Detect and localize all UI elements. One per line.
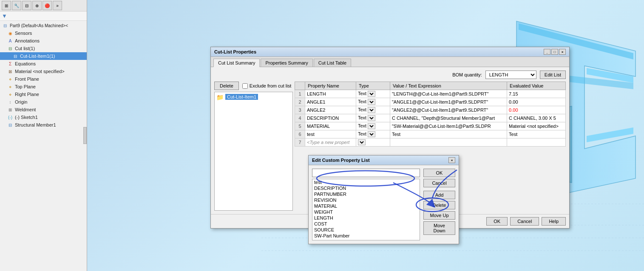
tree-item-structural[interactable]: ⊟ Structural Member1 [0, 121, 87, 129]
prop-name-1[interactable]: LENGTH [305, 90, 356, 98]
toolbar-btn-5[interactable]: 🔴 [43, 1, 52, 10]
annotation-icon: A [7, 37, 14, 44]
tree-item-topplane[interactable]: ⋄ Top Plane [0, 83, 87, 90]
table-row-new: 7 <Type a new propert ▼ [295, 138, 566, 147]
type-select-6[interactable]: ▼ [368, 131, 375, 137]
sketch-icon: (-) [7, 114, 14, 121]
exclude-checkbox[interactable] [242, 83, 248, 89]
prop-eval-1: 7.15 [507, 90, 566, 98]
bom-label: BOM quantity: [452, 72, 482, 77]
prop-eval-new [507, 138, 566, 147]
prop-value-6[interactable]: Test [390, 130, 507, 138]
type-select-3[interactable]: ▼ [368, 107, 375, 113]
tree-item-origin[interactable]: ↕ Origin [0, 98, 87, 106]
cutlist-close-btn[interactable]: × [559, 49, 566, 55]
editprop-left-panel: test DESCRIPTION PARTNUMBER REVISION MAT… [312, 169, 420, 240]
prop-value-5[interactable]: "SW-Material@@Cut-List-Item1@Part9.SLDPR [390, 122, 507, 130]
type-select-5[interactable]: ▼ [368, 123, 375, 129]
bom-select[interactable]: LENGTH [485, 71, 536, 79]
row-num-1: 1 [295, 90, 305, 98]
toolbar-btn-4[interactable]: ⊕ [32, 1, 42, 10]
sidebar-resize-handle[interactable] [83, 127, 87, 144]
prop-name-3[interactable]: ANGLE2 [305, 106, 356, 114]
cancel-button-editprop[interactable]: Cancel [423, 179, 455, 187]
cutlist-title-bar: Cut-List Properties _ □ × [211, 47, 569, 57]
tree-label-rightplane: Right Plane [15, 92, 39, 97]
plane-front-icon: ⋄ [7, 76, 14, 82]
cut-list-item-box: 📁 Cut-List-Item1 [214, 92, 293, 211]
tree-label-weldment: Weldment [15, 107, 36, 112]
tree-item-part9[interactable]: ⊟ Part9 (Default<As Machined>< [0, 22, 87, 29]
list-item[interactable]: PARTNUMBER [312, 191, 420, 197]
tree-item-rightplane[interactable]: ⋄ Right Plane [0, 90, 87, 98]
cutlist-minimize-btn[interactable]: _ [544, 49, 550, 55]
table-row: 2 ANGLE1 Text ▼ "ANGLE1@@Cut-List-Item1@… [295, 98, 566, 106]
prop-name-4[interactable]: DESCRIPTION [305, 114, 356, 122]
tree-label-material: Material <not specified> [15, 69, 65, 74]
toolbar-btn-2[interactable]: 🔧 [12, 1, 21, 10]
col-header-type: Type [356, 82, 390, 90]
list-item[interactable]: test [312, 179, 420, 185]
prop-value-2[interactable]: "ANGLE1@@Cut-List-Item1@Part9.SLDPRT" [390, 98, 507, 106]
row-num-2: 2 [295, 98, 305, 106]
tree-label-origin: Origin [15, 99, 27, 104]
tab-cut-list-table[interactable]: Cut List Table [314, 59, 351, 67]
list-item[interactable]: SW-Part Number [312, 233, 420, 239]
ok-button-editprop[interactable]: OK [423, 169, 455, 177]
move-up-button-editprop[interactable]: Move Up [423, 211, 455, 220]
prop-name-2[interactable]: ANGLE1 [305, 98, 356, 106]
tab-cut-list-summary[interactable]: Cut List Summary [213, 59, 260, 67]
list-item[interactable]: MATERIAL [312, 203, 420, 209]
prop-value-1[interactable]: "LENGTH@@Cut-List-Item1@Part9.SLDPRT" [390, 90, 507, 98]
help-button-cutlist[interactable]: Help [542, 217, 566, 226]
type-select-1[interactable]: ▼ [368, 91, 375, 97]
prop-name-new[interactable]: <Type a new propert [305, 138, 356, 147]
type-select-4[interactable]: ▼ [368, 115, 375, 121]
type-select-new[interactable]: ▼ [358, 139, 366, 145]
toolbar-btn-1[interactable]: ⊞ [2, 1, 11, 10]
editprop-text-input[interactable] [312, 169, 420, 177]
toolbar-btn-3[interactable]: ⊟ [22, 1, 31, 10]
move-down-button-editprop[interactable]: Move Down [423, 221, 455, 235]
cutlist-maximize-btn[interactable]: □ [551, 49, 558, 55]
tab-properties-summary[interactable]: Properties Summary [261, 59, 312, 67]
table-row: 4 DESCRIPTION Text ▼ C CHANNEL, "Depth@S… [295, 114, 566, 122]
tree-item-annotations[interactable]: A Annotations [0, 37, 87, 45]
cut-list-item-label[interactable]: Cut-List-Item1 [225, 94, 258, 100]
list-item[interactable]: LENGTH [312, 215, 420, 221]
edit-list-button[interactable]: Edit List [540, 71, 566, 79]
list-item[interactable]: COST [312, 221, 420, 227]
tree-item-cutlist[interactable]: ⊟ Cut list(1) [0, 45, 87, 52]
table-row: 5 MATERIAL Text ▼ "SW-Material@@Cut-List… [295, 122, 566, 130]
prop-name-6[interactable]: test [305, 130, 356, 138]
main-content: Cut-List Properties _ □ × Cut List Summa… [87, 0, 644, 271]
part-icon: ⊟ [2, 22, 9, 29]
tree-item-frontplane[interactable]: ⋄ Front Plane [0, 75, 87, 83]
cancel-button-cutlist[interactable]: Cancel [510, 217, 539, 226]
list-item[interactable]: DESCRIPTION [312, 185, 420, 191]
filter-bar: ▼ [0, 11, 87, 21]
prop-value-new[interactable] [390, 138, 507, 147]
tree-item-sketch1[interactable]: (-) (-) Sketch1 [0, 113, 87, 121]
prop-eval-2: 0.00 [507, 98, 566, 106]
list-item[interactable]: SOURCE [312, 227, 420, 233]
cutlist-title-buttons: _ □ × [544, 49, 566, 55]
editprop-close-btn[interactable]: × [448, 157, 455, 163]
list-item[interactable]: WEIGHT [312, 209, 420, 215]
sensor-icon: ◉ [7, 30, 14, 37]
list-item[interactable]: REVISION [312, 197, 420, 203]
prop-value-4[interactable]: C CHANNEL, "Depth@Structural Member1@Par… [390, 114, 507, 122]
toolbar-btn-more[interactable]: » [53, 1, 62, 10]
tree-item-weldment[interactable]: ⊞ Weldment [0, 106, 87, 113]
tree-item-material[interactable]: ⊠ Material <not specified> [0, 68, 87, 75]
prop-name-5[interactable]: MATERIAL [305, 122, 356, 130]
ok-button-cutlist[interactable]: OK [486, 217, 508, 226]
delete-button-editprop[interactable]: Delete [423, 201, 455, 209]
prop-value-3[interactable]: "ANGLE2@@Cut-List-Item1@Part9.SLDPRT" [390, 106, 507, 114]
add-button-editprop[interactable]: Add [423, 191, 455, 199]
tree-item-sensors[interactable]: ◉ Sensors [0, 29, 87, 37]
tree-item-cutlistitem1[interactable]: ⊟ Cut-List-Item1(1) [0, 52, 87, 60]
type-select-2[interactable]: ▼ [368, 99, 375, 105]
delete-button[interactable]: Delete [214, 82, 239, 90]
tree-item-equations[interactable]: Σ Equations [0, 60, 87, 68]
